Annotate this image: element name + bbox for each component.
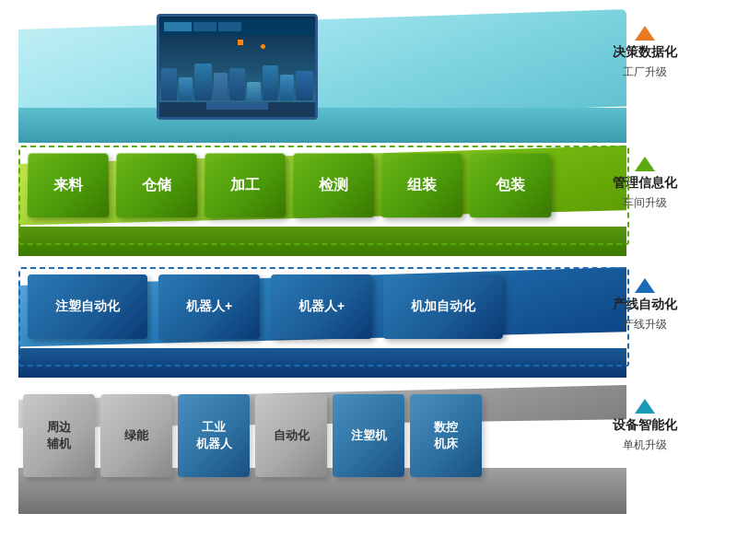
gray-box-2-label: 工业 机器人 bbox=[196, 419, 232, 452]
label-top-sub: 工厂升级 bbox=[623, 64, 667, 80]
layer-blue-label: 产线自动化 产线升级 bbox=[613, 278, 677, 332]
blue-box-3: 机加自动化 bbox=[383, 274, 503, 339]
green-box-0: 来料 bbox=[28, 153, 110, 217]
factory-equipment bbox=[161, 37, 313, 100]
equip-4 bbox=[214, 73, 228, 100]
layer-top: ■ ■ ■ bbox=[18, 9, 682, 143]
blue-side bbox=[18, 348, 626, 378]
equip-3 bbox=[194, 64, 212, 100]
label-green-sub: 车间升级 bbox=[623, 195, 667, 211]
layer-green: 来料 仓储 加工 检测 组装 包装 管理信息化 车间升级 bbox=[18, 146, 682, 256]
equip-2 bbox=[179, 77, 193, 100]
equip-7 bbox=[263, 65, 278, 100]
green-box-3: 检测 bbox=[293, 153, 375, 217]
green-box-1: 仓储 bbox=[116, 153, 198, 217]
blue-box-1: 机器人+ bbox=[158, 274, 260, 339]
node-1 bbox=[238, 40, 243, 45]
gray-box-5: 数控 机床 bbox=[410, 394, 482, 477]
green-box-2: 加工 bbox=[205, 153, 287, 217]
main-container: ■ ■ ■ bbox=[0, 0, 737, 560]
layer-blue: 注塑自动化 机器人+ 机器人+ 机加自动化 产线自动化 产线升级 bbox=[18, 267, 682, 378]
monitor-base bbox=[206, 102, 269, 110]
equip-1 bbox=[161, 68, 177, 100]
monitor-screen: ■ ■ ■ bbox=[159, 17, 315, 102]
arrow-top bbox=[635, 26, 655, 41]
factory-floor bbox=[159, 17, 315, 102]
status-item-1 bbox=[164, 22, 192, 31]
gray-boxes-container: 周边 辅机 绿能 工业 机器人 自动化 注塑机 数控 机床 bbox=[23, 394, 482, 477]
layer-gray-label: 设备智能化 单机升级 bbox=[613, 399, 677, 453]
layer-gray: 周边 辅机 绿能 工业 机器人 自动化 注塑机 数控 机床 bbox=[18, 385, 682, 514]
equip-9 bbox=[296, 71, 313, 100]
label-blue-sub: 产线升级 bbox=[623, 317, 667, 332]
arrow-gray bbox=[635, 399, 655, 414]
status-item-2 bbox=[193, 22, 216, 31]
arrow-blue bbox=[635, 278, 655, 293]
label-top-main: 决策数据化 bbox=[613, 44, 677, 61]
monitor: ■ ■ ■ bbox=[157, 14, 318, 120]
gray-box-5-label: 数控 机床 bbox=[434, 419, 458, 452]
gray-box-3-label: 自动化 bbox=[274, 427, 310, 444]
label-gray-sub: 单机升级 bbox=[623, 438, 667, 453]
blue-box-0: 注塑自动化 bbox=[28, 274, 147, 339]
layer-top-label: 决策数据化 工厂升级 bbox=[613, 26, 677, 80]
gray-box-0-label: 周边 辅机 bbox=[47, 419, 71, 452]
layer-top-side bbox=[18, 108, 626, 143]
gray-box-1: 绿能 bbox=[100, 394, 172, 477]
equip-8 bbox=[280, 75, 294, 100]
green-side bbox=[18, 227, 626, 256]
blue-box-2: 机器人+ bbox=[271, 274, 372, 339]
node-2 bbox=[261, 44, 265, 49]
label-green-main: 管理信息化 bbox=[613, 175, 677, 192]
green-box-4: 组装 bbox=[381, 153, 463, 217]
arrow-green bbox=[635, 157, 655, 171]
gray-box-2: 工业 机器人 bbox=[178, 394, 250, 477]
equip-5 bbox=[229, 68, 245, 100]
label-gray-main: 设备智能化 bbox=[613, 417, 677, 434]
green-boxes-container: 来料 仓储 加工 检测 组装 包装 bbox=[28, 153, 551, 217]
layer-top-surface bbox=[18, 9, 626, 120]
layer-green-label: 管理信息化 车间升级 bbox=[613, 157, 677, 211]
gray-box-4-label: 注塑机 bbox=[351, 427, 387, 444]
label-blue-main: 产线自动化 bbox=[613, 297, 677, 313]
gray-box-1-label: 绿能 bbox=[124, 427, 148, 444]
gray-box-4: 注塑机 bbox=[333, 394, 404, 477]
blue-boxes-container: 注塑自动化 机器人+ 机器人+ 机加自动化 bbox=[28, 274, 503, 339]
green-box-5: 包装 bbox=[470, 153, 552, 217]
equip-6 bbox=[247, 82, 261, 100]
status-item-3 bbox=[218, 22, 241, 31]
gray-box-3: 自动化 bbox=[255, 394, 327, 477]
status-bar bbox=[161, 18, 313, 35]
gray-box-0: 周边 辅机 bbox=[23, 394, 95, 477]
